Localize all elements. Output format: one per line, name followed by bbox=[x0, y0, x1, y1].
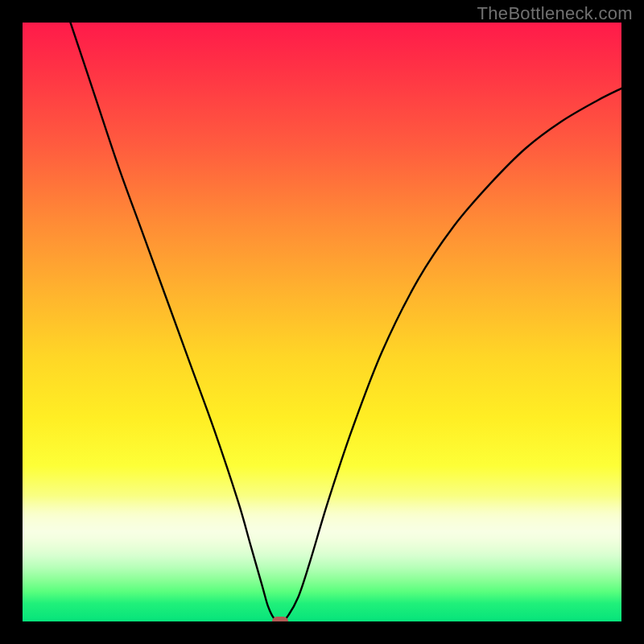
curve-svg bbox=[23, 23, 621, 621]
chart-frame: TheBottleneck.com bbox=[0, 0, 644, 644]
watermark-text: TheBottleneck.com bbox=[477, 3, 633, 24]
minimum-marker bbox=[272, 617, 288, 621]
bottleneck-curve-path bbox=[71, 23, 621, 621]
plot-area bbox=[23, 23, 621, 621]
